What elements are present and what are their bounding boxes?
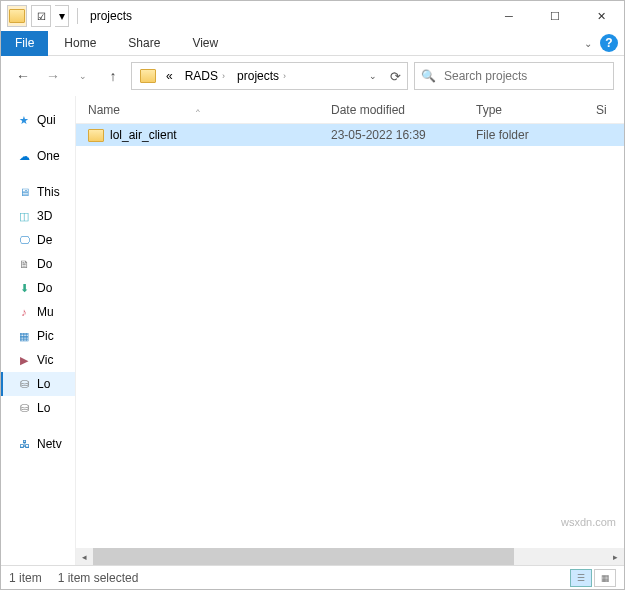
breadcrumb-item[interactable]: projects› [231,69,292,83]
file-type: File folder [476,128,596,142]
content-pane: Name^ Date modified Type Si lol_air_clie… [76,96,624,565]
sidebar-local-disk-2[interactable]: ⛁Lo [1,396,75,420]
column-type[interactable]: Type [476,103,596,117]
back-button[interactable]: ← [11,64,35,88]
up-button[interactable]: ↑ [101,64,125,88]
window-title: projects [90,9,132,23]
table-row[interactable]: lol_air_client 23-05-2022 16:39 File fol… [76,124,624,146]
status-selected: 1 item selected [58,571,139,585]
forward-button[interactable]: → [41,64,65,88]
sidebar-desktop[interactable]: 🖵De [1,228,75,252]
sort-indicator-icon: ^ [196,107,200,116]
sidebar-downloads[interactable]: ⬇Do [1,276,75,300]
address-dropdown-icon[interactable]: ⌄ [369,71,377,81]
sidebar-local-disk[interactable]: ⛁Lo [1,372,75,396]
scroll-thumb[interactable] [93,548,514,565]
sidebar-videos[interactable]: ▶Vic [1,348,75,372]
file-tab[interactable]: File [1,31,48,56]
qat-dropdown[interactable]: ▾ [55,5,69,27]
tab-view[interactable]: View [176,31,234,56]
sidebar-network[interactable]: 🖧Netv [1,432,75,456]
close-button[interactable]: ✕ [578,1,624,31]
sidebar-onedrive[interactable]: ☁One [1,144,75,168]
watermark: wsxdn.com [561,516,616,528]
scroll-right-button[interactable]: ▸ [607,548,624,565]
address-row: ← → ⌄ ↑ « RADS› projects› ⌄ ⟳ 🔍 [1,56,624,96]
address-bar[interactable]: « RADS› projects› ⌄ ⟳ [131,62,408,90]
sidebar-documents[interactable]: 🗎Do [1,252,75,276]
horizontal-scrollbar[interactable]: ◂ ▸ [76,548,624,565]
titlebar: ☑ ▾ projects ─ ☐ ✕ [1,1,624,31]
minimize-button[interactable]: ─ [486,1,532,31]
details-view-button[interactable]: ☰ [570,569,592,587]
recent-dropdown[interactable]: ⌄ [71,64,95,88]
folder-icon [88,129,104,142]
refresh-icon[interactable]: ⟳ [390,69,401,84]
column-headers[interactable]: Name^ Date modified Type Si [76,96,624,124]
help-icon[interactable]: ? [600,34,618,52]
search-box[interactable]: 🔍 [414,62,614,90]
column-size[interactable]: Si [596,103,624,117]
navigation-pane[interactable]: ★Qui ☁One 🖥This ◫3D 🖵De 🗎Do ⬇Do ♪Mu ▦Pic… [1,96,76,565]
sidebar-this-pc[interactable]: 🖥This [1,180,75,204]
ribbon-collapse-icon[interactable]: ⌄ [584,38,592,49]
sidebar-music[interactable]: ♪Mu [1,300,75,324]
sidebar-pictures[interactable]: ▦Pic [1,324,75,348]
sidebar-3d[interactable]: ◫3D [1,204,75,228]
qat-properties-icon[interactable]: ☑ [31,5,51,27]
sidebar-quick-access[interactable]: ★Qui [1,108,75,132]
status-bar: 1 item 1 item selected ☰ ▦ [1,565,624,589]
column-date[interactable]: Date modified [331,103,476,117]
tab-home[interactable]: Home [48,31,112,56]
breadcrumb-item[interactable]: RADS› [179,69,231,83]
explorer-window: ☑ ▾ projects ─ ☐ ✕ File Home Share View … [0,0,625,590]
main-area: ★Qui ☁One 🖥This ◫3D 🖵De 🗎Do ⬇Do ♪Mu ▦Pic… [1,96,624,565]
folder-icon [140,69,156,83]
search-icon: 🔍 [421,69,436,83]
maximize-button[interactable]: ☐ [532,1,578,31]
column-name[interactable]: Name^ [76,103,331,117]
qat-folder-icon[interactable] [7,5,27,27]
scroll-track[interactable] [93,548,607,565]
file-list[interactable]: lol_air_client 23-05-2022 16:39 File fol… [76,124,624,548]
breadcrumb-prefix[interactable]: « [160,69,179,83]
search-input[interactable] [442,68,607,84]
status-count: 1 item [9,571,42,585]
large-icons-view-button[interactable]: ▦ [594,569,616,587]
tab-share[interactable]: Share [112,31,176,56]
scroll-left-button[interactable]: ◂ [76,548,93,565]
ribbon-tabs: File Home Share View ⌄ ? [1,31,624,56]
file-date: 23-05-2022 16:39 [331,128,476,142]
file-name: lol_air_client [110,128,177,142]
